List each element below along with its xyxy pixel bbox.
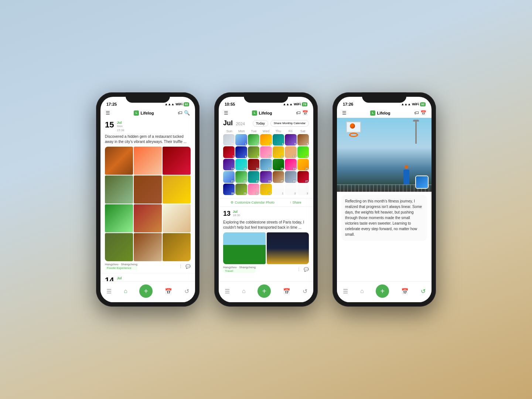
cal-cell-6[interactable]: 6 bbox=[297, 134, 309, 146]
share-calendar-button[interactable]: ↑ Share bbox=[290, 201, 301, 204]
cal-cell-30-prev[interactable]: 30 bbox=[223, 134, 235, 146]
cal-cell-14[interactable]: 14 bbox=[223, 159, 235, 170]
cal-cell-18[interactable]: 18 bbox=[273, 159, 284, 170]
calendar-scroll[interactable]: Jul 2024 Today Share Monthly Calendar Su… bbox=[219, 118, 313, 281]
cal-cell-30[interactable]: 30 bbox=[248, 184, 259, 195]
cal-cell-16[interactable]: 16 bbox=[248, 159, 259, 170]
menu-action-food[interactable]: ⋮ bbox=[178, 264, 183, 269]
detail-main-photo[interactable] bbox=[337, 118, 432, 192]
tag-icon-3[interactable]: 🏷 bbox=[414, 110, 419, 116]
cal-cell-9[interactable]: 9 bbox=[248, 146, 259, 158]
cal-cell-28[interactable]: 28 bbox=[223, 184, 235, 195]
cal-cell-27[interactable]: 27 bbox=[297, 171, 309, 183]
cal-cell-4[interactable]: 4 bbox=[273, 134, 284, 146]
food-photo-9[interactable] bbox=[163, 204, 191, 232]
cal-cell-7[interactable]: 7 bbox=[223, 146, 235, 158]
cal-cell-12[interactable]: 12 bbox=[285, 146, 296, 158]
day-fri: Fri bbox=[284, 129, 297, 133]
nav-calendar-1[interactable]: 📅 bbox=[165, 288, 172, 295]
cal-cell-26[interactable]: 26 bbox=[285, 171, 296, 183]
battery-2: 79 bbox=[302, 102, 307, 106]
nav-menu-1[interactable]: ☰ bbox=[106, 288, 112, 295]
calendar-icon-3[interactable]: 📅 bbox=[420, 110, 426, 116]
nav-home-1[interactable]: ⌂ bbox=[124, 288, 127, 294]
cal-cell-17[interactable]: 17 bbox=[260, 159, 272, 170]
today-button[interactable]: Today bbox=[253, 120, 268, 127]
nav-home-2[interactable]: ⌂ bbox=[242, 288, 246, 294]
cal-cell-13[interactable]: 13 bbox=[297, 146, 309, 158]
food-photo-4[interactable] bbox=[105, 175, 133, 204]
paris-photo-1[interactable] bbox=[223, 232, 266, 264]
nav-calendar-3[interactable]: 📅 bbox=[401, 288, 409, 295]
cal-cell-21[interactable]: 21 bbox=[223, 171, 235, 183]
cal-cell-19[interactable]: 19 bbox=[285, 159, 296, 170]
cal-cell-2[interactable]: 2 bbox=[248, 134, 259, 146]
tag-icon-1[interactable]: 🏷 bbox=[178, 110, 183, 116]
food-photo-1[interactable] bbox=[105, 147, 133, 175]
entry-tag[interactable]: Travel bbox=[223, 269, 256, 273]
cal-cell-24[interactable]: 24 bbox=[260, 171, 272, 183]
food-photo-11[interactable] bbox=[134, 233, 162, 261]
share-icon: ↑ bbox=[290, 201, 291, 204]
nav-menu-2[interactable]: ☰ bbox=[225, 288, 230, 295]
share-monthly-button[interactable]: Share Monthly Calendar bbox=[270, 120, 309, 127]
cal-cell-2-next[interactable]: 2 bbox=[285, 184, 296, 195]
day-wed: Wed bbox=[260, 129, 272, 133]
menu-icon-1[interactable]: ☰ bbox=[106, 110, 110, 116]
customize-calendar-button[interactable]: ⚙ Customize Calendar Photo bbox=[231, 201, 274, 204]
cal-cell-11[interactable]: 11 bbox=[273, 146, 284, 158]
nav-home-3[interactable]: ⌂ bbox=[360, 288, 364, 294]
cal-cell-3-next[interactable]: 3 bbox=[297, 184, 309, 195]
nav-calendar-2[interactable]: 📅 bbox=[283, 288, 290, 295]
cal-cell-29[interactable]: 29 bbox=[235, 184, 247, 195]
calendar-icon-2[interactable]: 📅 bbox=[302, 110, 308, 116]
feed-text-food: Discovered a hidden gem of a restaurant … bbox=[105, 134, 191, 144]
food-photo-6[interactable] bbox=[163, 175, 191, 204]
cal-cell-31[interactable]: 31 bbox=[260, 184, 272, 195]
cal-cell-1[interactable]: 1 bbox=[235, 134, 247, 146]
food-photo-7[interactable] bbox=[105, 204, 133, 232]
cal-cell-20[interactable]: 20 bbox=[297, 159, 309, 170]
food-photo-2[interactable] bbox=[134, 147, 162, 175]
cal-cell-10[interactable]: 10 bbox=[260, 146, 272, 158]
menu-icon-3[interactable]: ☰ bbox=[342, 110, 347, 116]
comment-action-food[interactable]: 💬 bbox=[185, 264, 191, 269]
status-icons-1: ▲▲▲ WiFi 92 bbox=[164, 102, 189, 106]
app-header-3: ☰ L Lifelog 🏷 📅 bbox=[337, 108, 432, 118]
nav-history-2[interactable]: ↺ bbox=[303, 288, 307, 295]
nav-add-2[interactable]: + bbox=[258, 284, 271, 298]
nav-add-3[interactable]: + bbox=[376, 284, 389, 298]
nav-menu-3[interactable]: ☰ bbox=[343, 288, 348, 295]
cal-cell-8[interactable]: 8 bbox=[235, 146, 247, 158]
calendar-actions: ⚙ Customize Calendar Photo ↑ Share bbox=[219, 198, 313, 207]
comment-action-entry[interactable]: 💬 bbox=[304, 267, 309, 272]
cal-cell-3[interactable]: 3 bbox=[260, 134, 272, 146]
cal-cell-25[interactable]: 25 bbox=[273, 171, 284, 183]
cal-cell-5[interactable]: 5 bbox=[285, 134, 296, 146]
food-photo-8[interactable] bbox=[134, 204, 162, 232]
cal-cell-15[interactable]: 15 bbox=[235, 159, 247, 170]
signal-icon-2: ▲▲▲ bbox=[283, 102, 293, 106]
customize-icon: ⚙ bbox=[231, 201, 233, 204]
nav-history-1[interactable]: ↺ bbox=[184, 288, 189, 295]
search-icon-1[interactable]: 🔍 bbox=[184, 110, 190, 116]
feed-scroll-1[interactable]: 15 Jul Mon 15:38 Discovered a hidden gem… bbox=[100, 118, 195, 281]
menu-icon-2[interactable]: ☰ bbox=[224, 110, 228, 116]
tag-icon-2[interactable]: 🏷 bbox=[296, 110, 301, 116]
tag-food[interactable]: Foodie Experience bbox=[105, 266, 137, 270]
nav-add-1[interactable]: + bbox=[139, 284, 153, 298]
cal-cell-1-next[interactable]: 1 bbox=[273, 184, 284, 195]
thumbnail-preview[interactable] bbox=[415, 175, 429, 189]
food-photo-5[interactable] bbox=[134, 175, 162, 204]
food-photo-3[interactable] bbox=[163, 147, 191, 175]
food-photo-10[interactable] bbox=[105, 233, 133, 261]
cal-cell-22[interactable]: 22 bbox=[235, 171, 247, 183]
paris-photo-2[interactable] bbox=[267, 232, 309, 264]
nav-history-3[interactable]: ↺ bbox=[421, 288, 426, 295]
cal-cell-23[interactable]: 23 bbox=[248, 171, 259, 183]
food-photo-12[interactable] bbox=[163, 233, 191, 261]
detail-scroll[interactable]: Reflecting on this month's fitness journ… bbox=[337, 118, 432, 281]
menu-action-entry[interactable]: ⋮ bbox=[297, 267, 301, 272]
notch-3 bbox=[362, 92, 406, 103]
status-time-2: 10:55 bbox=[225, 102, 235, 106]
